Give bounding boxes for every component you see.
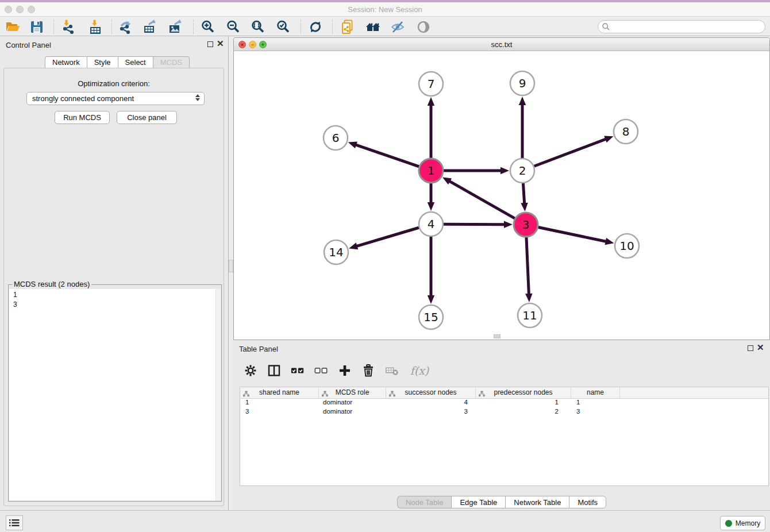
edge-arrowhead (349, 242, 358, 249)
bottom-splitter-grip[interactable] (494, 334, 500, 338)
node-label: 6 (332, 131, 340, 145)
node-label: 8 (622, 125, 630, 138)
graph-edge[interactable] (356, 228, 419, 246)
add-icon[interactable] (338, 364, 352, 377)
table-row[interactable]: 3dominator323 (240, 408, 768, 417)
select-all-icon[interactable] (291, 364, 305, 377)
hierarchy-icon (479, 390, 485, 398)
tab-node-table[interactable]: Node Table (397, 496, 452, 508)
node-label: 10 (619, 239, 634, 253)
tab-select[interactable]: Select (118, 56, 153, 68)
float-table-panel-icon[interactable] (748, 345, 753, 351)
table-cell: dominator (319, 408, 386, 417)
column-header-predecessor-nodes[interactable]: predecessor nodes (476, 387, 571, 398)
column-header-shared-name[interactable]: shared name (240, 387, 319, 398)
table-cell: 3 (386, 408, 476, 417)
new-network-from-selection-icon[interactable] (340, 19, 356, 35)
edge-arrowhead (519, 97, 526, 105)
node-label: 4 (428, 217, 435, 231)
hierarchy-icon (389, 390, 395, 398)
column-label: successor nodes (405, 388, 456, 396)
columns-icon[interactable] (267, 364, 281, 377)
zoom-selected-icon[interactable] (275, 19, 291, 35)
tab-network-table[interactable]: Network Table (505, 496, 569, 508)
column-header-successor-nodes[interactable]: successor nodes (386, 387, 476, 398)
toolbar-separator (332, 20, 333, 34)
graph-edge[interactable] (534, 138, 607, 166)
edge-arrowhead (428, 295, 435, 304)
edge-arrowhead (525, 294, 532, 302)
table-cell: 1 (476, 399, 571, 408)
refresh-icon[interactable] (307, 19, 324, 35)
search-input[interactable] (610, 22, 765, 32)
float-panel-icon[interactable] (207, 41, 213, 47)
tab-style[interactable]: Style (87, 56, 118, 68)
main-toolbar (0, 17, 770, 36)
titlebar: Session: New Session (0, 2, 770, 17)
tab-mcds[interactable]: MCDS (153, 56, 190, 68)
tab-network[interactable]: Network (45, 56, 87, 68)
gear-icon[interactable] (244, 364, 257, 377)
graph-edge[interactable] (355, 144, 419, 166)
column-header-name[interactable]: name (571, 387, 620, 398)
trash-icon[interactable] (361, 364, 375, 377)
unselect-all-icon[interactable] (314, 364, 328, 377)
close-panel-button[interactable]: Close panel (117, 111, 177, 124)
zoom-out-icon[interactable] (225, 19, 241, 35)
network-canvas[interactable]: 7968124314101511 (234, 51, 769, 340)
eye-slash-icon[interactable] (390, 19, 406, 35)
search-field[interactable] (598, 20, 765, 33)
table-header-row: shared name MCDS role successor nodes pr… (240, 387, 768, 399)
open-folder-icon[interactable] (5, 19, 21, 35)
edge-arrowhead (604, 136, 613, 143)
close-table-panel-icon[interactable]: ✕ (757, 342, 764, 353)
application-window: Session: New Session (0, 0, 770, 532)
toolbar-separator (193, 20, 194, 34)
mcds-result-box: MCDS result (2 nodes) 1 3 (8, 284, 222, 502)
tab-edge-table[interactable]: Edge Table (451, 496, 505, 508)
graph-edge[interactable] (444, 224, 506, 225)
tab-motifs[interactable]: Motifs (569, 496, 606, 508)
search-icon (602, 22, 610, 31)
import-table-icon[interactable] (87, 19, 103, 35)
memory-status-icon (725, 520, 732, 527)
zoom-fit-icon[interactable] (250, 19, 266, 35)
table-cell: 3 (240, 408, 319, 417)
memory-button[interactable]: Memory (720, 516, 765, 530)
first-neighbors-icon[interactable] (365, 19, 381, 35)
export-image-icon[interactable] (167, 19, 183, 35)
export-table-icon[interactable] (142, 19, 158, 35)
edge-arrowhead (605, 238, 614, 245)
table-panel-header: Table Panel ✕ (233, 340, 770, 356)
mcds-result-text[interactable]: 1 3 (9, 289, 221, 500)
mcds-result-line: 1 (13, 290, 221, 300)
graph-edge[interactable] (526, 237, 529, 295)
close-panel-icon[interactable]: ✕ (217, 38, 224, 49)
run-mcds-button[interactable]: Run MCDS (55, 111, 110, 124)
table-body: 1dominator4113dominator323 (240, 399, 768, 417)
export-network-icon[interactable] (118, 19, 134, 35)
splitter-grip[interactable] (229, 260, 233, 272)
zoom-in-icon[interactable] (200, 19, 216, 35)
graph-edge[interactable] (523, 183, 524, 205)
graph-edge[interactable] (538, 228, 607, 242)
task-history-button[interactable] (6, 515, 23, 530)
import-network-icon[interactable] (60, 19, 76, 35)
node-label: 9 (519, 76, 526, 90)
network-window-titlebar[interactable]: × − + scc.txt (234, 38, 769, 51)
result-scrollbar[interactable] (215, 289, 221, 500)
optimization-criterion-select[interactable]: strongly connected component (26, 92, 205, 105)
optimization-criterion-label: Optimization criterion: (4, 79, 224, 88)
table-cell: 2 (476, 408, 571, 417)
column-header-mcds-role[interactable]: MCDS role (319, 387, 386, 398)
edge-arrowhead (500, 167, 509, 175)
save-icon[interactable] (29, 19, 45, 35)
toolbar-separator (53, 20, 54, 34)
node-label: 15 (424, 310, 438, 324)
table-panel-title: Table Panel (239, 345, 278, 353)
table-toolbar: f(x) (244, 362, 430, 379)
graph-edge[interactable] (448, 180, 514, 218)
chevron-updown-icon (195, 94, 200, 101)
table-row[interactable]: 1dominator411 (240, 399, 768, 408)
node-label: 2 (519, 164, 526, 178)
